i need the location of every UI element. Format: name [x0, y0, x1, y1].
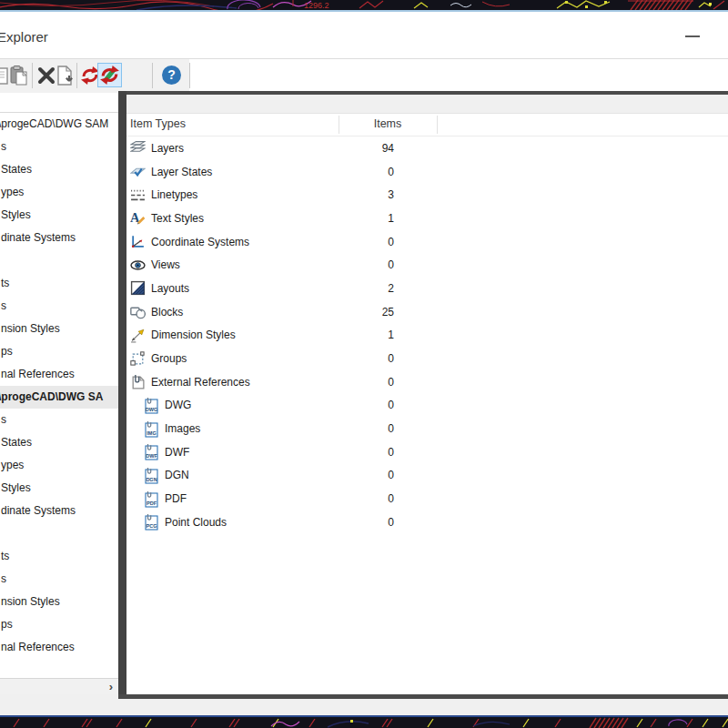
tree-item-dimension-styles-2[interactable]: nsion Styles: [0, 591, 118, 613]
list-row-layers[interactable]: Layers94: [126, 136, 728, 160]
item-type-label: DWF: [165, 446, 189, 459]
tree-item-drawing-2[interactable]: \progeCAD\DWG SA: [0, 386, 118, 409]
item-count: 0: [336, 376, 394, 389]
column-separator[interactable]: [437, 116, 438, 134]
list-row-xref-dwg[interactable]: DWGDWG0: [126, 394, 728, 418]
panel-bottom-border: [118, 694, 728, 699]
tree-header-space: [0, 93, 118, 113]
tree-item-text-styles-2[interactable]: Styles: [0, 477, 118, 500]
panel-splitter[interactable]: [118, 91, 126, 699]
tree-item-coordinate-systems-2[interactable]: dinate Systems: [0, 500, 118, 522]
tree-item-layouts-1[interactable]: ts: [0, 272, 118, 295]
item-types-panel: Item Types Items Layers94Layer States0Li…: [126, 95, 728, 694]
tree-item-layers-1[interactable]: s: [0, 136, 118, 158]
minimize-icon: [685, 35, 700, 37]
toolbar-separator: [189, 63, 190, 88]
tree-item-linetypes-1[interactable]: ypes: [0, 181, 118, 204]
help-button[interactable]: ?: [162, 66, 181, 85]
item-type-label: Layouts: [151, 282, 189, 295]
list-row-coordinate-systems[interactable]: Coordinate Systems0: [126, 230, 728, 254]
tree-item-external-references-1[interactable]: nal References: [0, 363, 118, 386]
main-panel-top-strip: [126, 95, 728, 114]
toolbar-separator: [152, 63, 153, 88]
tree-horizontal-scrollbar[interactable]: ›: [0, 678, 118, 694]
list-row-external-references[interactable]: External References0: [126, 370, 728, 394]
list-row-linetypes[interactable]: Linetypes3: [126, 183, 728, 207]
xref-images-icon: IMG: [144, 421, 159, 437]
item-count: 0: [336, 399, 394, 411]
tree-item-layers-2[interactable]: s: [0, 409, 118, 431]
tree-item-views-1[interactable]: [0, 249, 118, 272]
layer-states-icon: [130, 164, 146, 179]
item-type-label: DWG: [165, 399, 191, 411]
column-separator[interactable]: [339, 116, 339, 134]
tree-item-layer-states-1[interactable]: States: [0, 158, 118, 181]
new-item-button[interactable]: [55, 65, 76, 86]
item-count: 25: [336, 306, 394, 318]
scroll-right-arrow-icon[interactable]: ›: [109, 679, 113, 694]
list-row-text-styles[interactable]: AText Styles1: [126, 207, 728, 230]
item-count: 0: [336, 166, 394, 178]
item-types-list: Layers94Layer States0Linetypes3AText Sty…: [126, 136, 728, 534]
tree-item-text-styles-1[interactable]: Styles: [0, 204, 118, 227]
list-row-dimension-styles[interactable]: Dimension Styles1: [126, 324, 728, 348]
linetypes-icon: [130, 187, 146, 203]
list-row-layer-states[interactable]: Layer States0: [126, 160, 728, 184]
item-type-label: DGN: [165, 469, 189, 481]
regen-all-button[interactable]: [97, 63, 122, 87]
list-row-xref-point-clouds[interactable]: PCGPoint Clouds0: [126, 511, 728, 534]
list-row-xref-dgn[interactable]: DGNDGN0: [126, 464, 728, 488]
list-row-xref-pdf[interactable]: PDFPDF0: [126, 487, 728, 511]
item-count: 0: [336, 352, 394, 365]
list-row-layouts[interactable]: Layouts2: [126, 277, 728, 300]
layers-icon: [130, 140, 146, 156]
list-row-blocks[interactable]: Blocks25: [126, 300, 728, 324]
column-header-items[interactable]: Items: [339, 117, 437, 130]
tree-item-groups-1[interactable]: ps: [0, 340, 118, 363]
list-row-groups[interactable]: Groups0: [126, 347, 728, 370]
tree-item-layouts-2[interactable]: ts: [0, 545, 118, 568]
tree-item-views-2[interactable]: [0, 522, 118, 545]
cad-elevation-label: 1296.2: [304, 1, 329, 10]
xref-point-clouds-icon: PCG: [144, 514, 159, 530]
list-row-views[interactable]: Views0: [126, 253, 728, 277]
minimize-button[interactable]: [681, 27, 704, 46]
tree-item-blocks-2[interactable]: s: [0, 568, 118, 591]
drawings-tree-panel: \progeCAD\DWG SAMsStatesypesStylesdinate…: [0, 93, 118, 694]
list-row-xref-images[interactable]: IMGImages0: [126, 417, 728, 440]
item-count: 3: [336, 188, 394, 201]
tree-item-linetypes-2[interactable]: ypes: [0, 454, 118, 477]
item-count: 1: [336, 212, 394, 225]
tree-item-coordinate-systems-1[interactable]: dinate Systems: [0, 227, 118, 249]
new-item-icon: [55, 65, 76, 86]
column-header-item-types[interactable]: Item Types: [130, 117, 186, 130]
item-count: 0: [336, 258, 394, 271]
title-bar: Explorer: [0, 12, 728, 58]
item-count: 0: [336, 516, 394, 529]
item-type-label: Layer States: [151, 166, 212, 178]
groups-icon: [130, 351, 146, 367]
toolbar-separator: [76, 63, 77, 88]
paste-button[interactable]: [8, 65, 30, 86]
toolbar: ?: [0, 58, 728, 93]
regen-all-icon: [98, 64, 121, 86]
item-count: 2: [336, 282, 394, 295]
paste-icon: [8, 65, 30, 86]
help-icon: ?: [167, 67, 176, 82]
item-count: 0: [336, 422, 394, 435]
blocks-icon: [130, 304, 146, 319]
tree-item-blocks-1[interactable]: s: [0, 295, 118, 318]
item-type-label: Point Clouds: [165, 516, 227, 529]
tree-item-groups-2[interactable]: ps: [0, 613, 118, 636]
tree-item-layer-states-2[interactable]: States: [0, 431, 118, 454]
item-count: 94: [336, 142, 394, 155]
list-row-xref-dwf[interactable]: DWFDWF0: [126, 440, 728, 464]
tree-item-drawing-1[interactable]: \progeCAD\DWG SAM: [0, 113, 118, 136]
coordinate-systems-icon: [130, 234, 146, 249]
item-count: 0: [336, 236, 394, 248]
cad-drawing-bottom: [0, 715, 728, 728]
tree-item-dimension-styles-1[interactable]: nsion Styles: [0, 318, 118, 340]
dimension-styles-icon: [130, 328, 146, 343]
tree-item-external-references-2[interactable]: nal References: [0, 636, 118, 659]
window-title: Explorer: [0, 29, 48, 45]
